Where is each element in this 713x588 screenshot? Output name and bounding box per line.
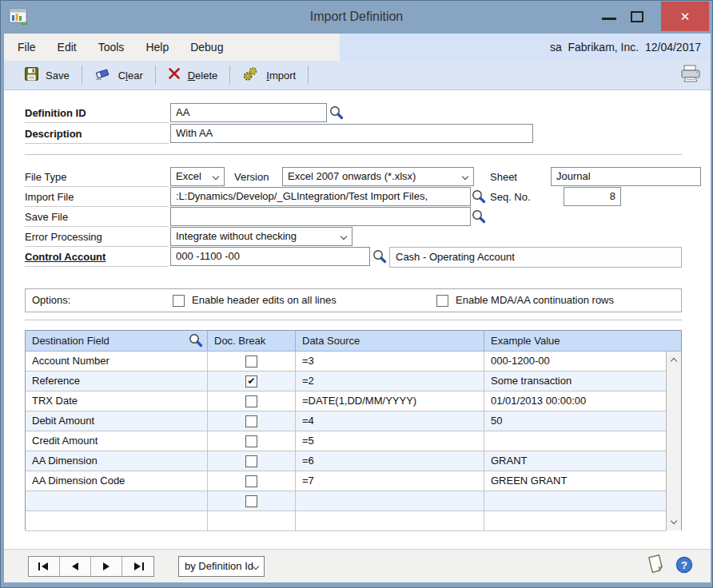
- cell-data-source[interactable]: =2: [296, 371, 484, 391]
- close-button[interactable]: ✕: [661, 2, 709, 31]
- footer-bar: by Definition Id ?: [4, 549, 711, 582]
- menu-file[interactable]: File: [18, 41, 36, 54]
- save-file-lookup-button[interactable]: [471, 209, 487, 224]
- cell-example[interactable]: GRANT: [484, 451, 667, 471]
- cell-destination[interactable]: Credit Amount: [26, 431, 208, 451]
- cell-doc-break: [208, 471, 296, 491]
- definition-id-label: Definition ID: [25, 103, 169, 123]
- description-label: Description: [25, 124, 169, 144]
- table-row[interactable]: Debit Amount =4 50: [26, 411, 667, 431]
- first-record-button[interactable]: [29, 557, 60, 576]
- enable-mda-aa-label: Enable MDA/AA continuation rows: [456, 289, 614, 312]
- session-status: sa Fabrikam, Inc. 12/04/2017: [550, 34, 701, 61]
- error-processing-select[interactable]: Integrate without checking: [170, 227, 353, 246]
- header-example-value[interactable]: Example Value: [484, 331, 681, 351]
- cell-data-source[interactable]: =7: [296, 471, 484, 491]
- cell-data-source[interactable]: =6: [296, 451, 484, 471]
- destination-field-lookup-button[interactable]: [188, 332, 204, 348]
- doc-break-checkbox[interactable]: [245, 475, 257, 487]
- delete-button-label: Delete: [188, 70, 218, 81]
- clear-button[interactable]: Clear: [85, 64, 153, 86]
- menu-edit[interactable]: Edit: [58, 41, 77, 54]
- doc-break-checkbox[interactable]: ✔: [245, 375, 257, 387]
- last-record-button[interactable]: [122, 557, 153, 576]
- cell-destination[interactable]: AA Dimension Code: [26, 471, 208, 491]
- table-row[interactable]: [26, 491, 667, 511]
- table-row-empty[interactable]: [26, 511, 667, 531]
- table-header-row: Destination Field Doc. Break Data Source…: [26, 331, 681, 352]
- doc-break-checkbox[interactable]: [245, 356, 257, 368]
- import-file-input[interactable]: :L:Dynamics/Develop/_GLIntegration/Test …: [170, 187, 471, 206]
- table-scrollbar[interactable]: [666, 352, 681, 530]
- cell-data-source[interactable]: =4: [296, 411, 484, 431]
- definition-id-lookup-button[interactable]: [329, 105, 345, 121]
- control-account-input[interactable]: 000 -1100 -00: [170, 247, 370, 266]
- import-file-lookup-button[interactable]: [471, 189, 487, 205]
- note-icon[interactable]: [645, 553, 667, 578]
- next-record-button[interactable]: [91, 557, 122, 576]
- print-button[interactable]: [680, 65, 701, 85]
- doc-break-checkbox[interactable]: [245, 495, 257, 507]
- import-button[interactable]: Import: [233, 64, 305, 86]
- help-icon[interactable]: ?: [675, 556, 693, 577]
- import-button-label: Import: [266, 70, 296, 81]
- menu-tools[interactable]: Tools: [98, 41, 125, 54]
- cell-example[interactable]: 000-1200-00: [484, 352, 667, 371]
- save-file-input[interactable]: [170, 207, 471, 226]
- file-type-select[interactable]: Excel: [170, 167, 225, 186]
- cell-destination[interactable]: Reference: [26, 371, 208, 391]
- cell-destination[interactable]: [26, 491, 208, 511]
- table-row[interactable]: Account Number =3 000-1200-00: [26, 352, 667, 371]
- cell-destination[interactable]: Debit Amount: [26, 411, 208, 431]
- control-account-label[interactable]: Control Account: [25, 247, 169, 267]
- cell-doc-break: [208, 431, 296, 451]
- cell-destination[interactable]: TRX Date: [26, 391, 208, 411]
- table-body: Account Number =3 000-1200-00 Reference …: [26, 352, 667, 531]
- previous-record-button[interactable]: [60, 557, 91, 576]
- header-doc-break[interactable]: Doc. Break: [208, 331, 296, 351]
- cell-destination[interactable]: Account Number: [26, 352, 208, 371]
- table-row[interactable]: AA Dimension =6 GRANT: [26, 451, 667, 471]
- cell-example[interactable]: Some transaction: [484, 371, 667, 391]
- header-data-source[interactable]: Data Source: [296, 331, 484, 351]
- cell-example[interactable]: [484, 431, 667, 451]
- menu-debug[interactable]: Debug: [190, 41, 223, 54]
- enable-header-edits-checkbox[interactable]: [173, 295, 185, 307]
- cell-example[interactable]: 50: [484, 411, 667, 431]
- chevron-down-icon: [253, 563, 259, 570]
- seq-no-label: Seq. No.: [490, 187, 531, 207]
- control-account-lookup-button[interactable]: [372, 248, 388, 264]
- table-row[interactable]: Credit Amount =5: [26, 431, 667, 451]
- control-account-description: Cash - Operating Account: [389, 247, 682, 268]
- cell-example[interactable]: GREEN GRANT: [484, 471, 667, 491]
- seq-no-input[interactable]: 8: [564, 187, 621, 206]
- maximize-button[interactable]: [631, 11, 643, 22]
- cell-destination[interactable]: AA Dimension: [26, 451, 208, 471]
- menu-help[interactable]: Help: [145, 41, 169, 54]
- scroll-down-icon[interactable]: [671, 518, 677, 524]
- delete-button[interactable]: Delete: [158, 64, 228, 86]
- cell-data-source[interactable]: =5: [296, 431, 484, 451]
- cell-example[interactable]: 01/01/2013 00:00:00: [484, 391, 667, 411]
- minimize-button[interactable]: [602, 18, 616, 20]
- table-row[interactable]: AA Dimension Code =7 GREEN GRANT: [26, 471, 667, 491]
- doc-break-checkbox[interactable]: [245, 455, 257, 467]
- cell-data-source[interactable]: =DATE(1,DD/MM/YYYY): [296, 391, 484, 411]
- sort-by-select[interactable]: by Definition Id: [178, 556, 265, 577]
- enable-mda-aa-checkbox[interactable]: [436, 295, 448, 307]
- cell-data-source[interactable]: [296, 491, 484, 511]
- sheet-input[interactable]: Journal: [551, 167, 701, 186]
- cell-example[interactable]: [484, 491, 667, 511]
- table-row[interactable]: Reference ✔ =2 Some transaction: [26, 371, 667, 391]
- header-destination-field[interactable]: Destination Field: [26, 331, 208, 351]
- cell-data-source[interactable]: =3: [296, 352, 484, 371]
- definition-id-input[interactable]: AA: [170, 103, 327, 122]
- description-input[interactable]: With AA: [170, 124, 533, 143]
- table-row[interactable]: TRX Date =DATE(1,DD/MM/YYYY) 01/01/2013 …: [26, 391, 667, 411]
- version-select[interactable]: Excel 2007 onwards (*.xlsx): [282, 167, 474, 186]
- doc-break-checkbox[interactable]: [245, 395, 257, 407]
- save-button[interactable]: Save: [15, 64, 79, 86]
- doc-break-checkbox[interactable]: [245, 415, 257, 427]
- scroll-up-icon[interactable]: [671, 358, 677, 364]
- doc-break-checkbox[interactable]: [245, 435, 257, 447]
